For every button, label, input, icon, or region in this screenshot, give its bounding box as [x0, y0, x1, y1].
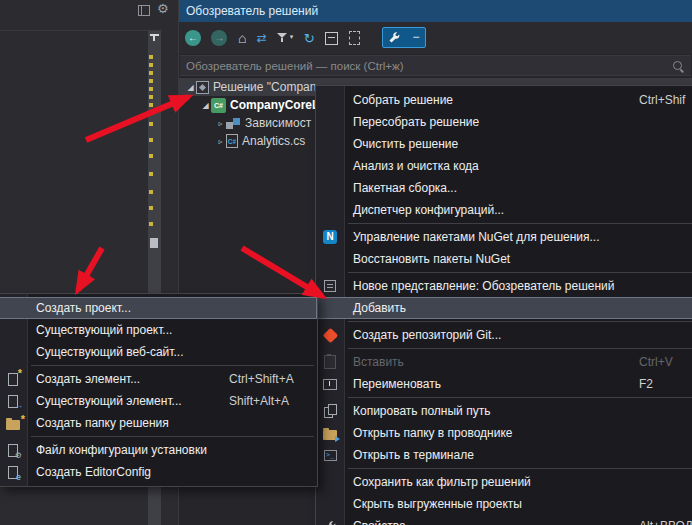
modified-lines-markers: [149, 55, 153, 113]
menu-separator: [348, 223, 692, 224]
change-marker: [149, 190, 153, 194]
submenu-item-new-item[interactable]: * Создать элемент...Ctrl+Shift+A: [0, 368, 317, 390]
expander-expanded-icon[interactable]: ◢: [185, 83, 196, 92]
existing-item-icon: →: [8, 395, 18, 408]
menu-item-label: Файл конфигурации установки: [36, 443, 207, 457]
expander-collapsed-icon[interactable]: ▹: [215, 137, 226, 146]
menu-separator: [31, 365, 314, 366]
menu-item-label: Восстановить пакеты NuGet: [353, 252, 510, 266]
submenu-item-existing-project[interactable]: Существующий проект...: [0, 319, 317, 341]
submenu-item-existing-website[interactable]: Существующий веб-сайт...: [0, 341, 317, 363]
gear-icon[interactable]: ⚙: [157, 1, 169, 17]
editorconfig-icon: e: [8, 466, 18, 479]
collapse-all-button[interactable]: [325, 32, 338, 45]
solution-explorer-titlebar[interactable]: Обозреватель решений: [179, 0, 692, 22]
change-marker: [149, 122, 153, 126]
search-input[interactable]: [180, 57, 691, 76]
expander-expanded-icon[interactable]: ◢: [200, 101, 211, 110]
menu-item-label: Открыть в терминале: [353, 448, 474, 462]
menu-item-open-in-terminal[interactable]: >_ Открыть в терминале: [316, 444, 692, 466]
tree-item-label: Решение "Compan: [213, 80, 316, 94]
menu-item-properties[interactable]: СвойстваAlt+ВВОД: [316, 515, 692, 525]
menu-item-label: Пересобрать решение: [353, 115, 479, 129]
refresh-button[interactable]: ↻: [304, 31, 315, 46]
submenu-item-setup-configuration-file[interactable]: ⚙ Файл конфигурации установки: [0, 439, 317, 461]
menu-item-label: Пакетная сборка...: [353, 181, 457, 195]
editor-splitter-grip[interactable]: [150, 34, 159, 44]
properties-toggle-group: −: [382, 27, 426, 48]
chevron-down-icon: ▾: [290, 33, 294, 41]
tree-item-label: CompanyCoreL: [230, 98, 319, 112]
menu-item-label: Сохранить как фильтр решений: [353, 475, 531, 489]
menu-item-label: Существующий веб-сайт...: [36, 345, 184, 359]
scrollbar-caret-marker[interactable]: [150, 238, 158, 248]
change-marker: [149, 222, 153, 226]
menu-item-add[interactable]: Добавить: [316, 297, 692, 319]
back-button[interactable]: ←: [185, 30, 201, 46]
change-marker: [149, 138, 153, 142]
menu-item-label: Открыть папку в проводнике: [353, 426, 512, 440]
submenu-item-new-editorconfig[interactable]: e Создать EditorConfig: [0, 461, 317, 483]
terminal-icon: >_: [324, 450, 337, 461]
menu-item-save-as-solution-filter[interactable]: Сохранить как фильтр решений: [316, 471, 692, 493]
submenu-item-new-project[interactable]: Создать проект...: [0, 297, 317, 319]
copy-icon: [322, 403, 338, 419]
change-marker: [149, 172, 153, 176]
menu-item-shortcut: Ctrl+Shift+A: [229, 368, 294, 390]
solution-icon: [196, 81, 209, 94]
menu-item-label: Новое представление: Обозреватель решени…: [353, 279, 614, 293]
nuget-icon: N: [323, 230, 337, 244]
menu-item-code-cleanup[interactable]: Анализ и очистка кода: [316, 155, 692, 177]
change-marker: [149, 154, 153, 158]
menu-item-label: Собрать решение: [353, 93, 453, 107]
paste-icon: [324, 355, 336, 369]
menu-item-batch-build[interactable]: Пакетная сборка...: [316, 177, 692, 199]
solution-search-row: [179, 54, 692, 76]
properties-wrench-button[interactable]: [388, 31, 401, 44]
new-folder-icon: *: [6, 420, 20, 430]
menu-item-new-solution-explorer-view[interactable]: Новое представление: Обозреватель решени…: [316, 275, 692, 297]
menu-item-label: Существующий элемент...: [36, 394, 182, 408]
menu-item-shortcut: Alt+ВВОД: [639, 515, 692, 525]
menu-separator: [348, 321, 692, 322]
sync-active-document-button[interactable]: ⇄: [257, 30, 267, 46]
menu-item-label: Существующий проект...: [36, 323, 172, 337]
filter-dropdown-button[interactable]: ▾: [277, 31, 293, 45]
menu-item-open-folder-in-explorer[interactable]: Открыть папку в проводнике: [316, 422, 692, 444]
menu-item-build-solution[interactable]: Собрать решениеCtrl+Shif: [316, 89, 692, 111]
forward-button[interactable]: →: [211, 30, 227, 46]
menu-item-copy-full-path[interactable]: Копировать полный путь: [316, 400, 692, 422]
config-file-icon: ⚙: [8, 444, 18, 457]
expander-collapsed-icon[interactable]: ▹: [215, 119, 226, 128]
menu-item-paste[interactable]: ВставитьCtrl+V: [316, 351, 692, 373]
menu-item-label: Добавить: [353, 301, 406, 315]
dependencies-icon: [226, 116, 241, 130]
menu-item-shortcut: Ctrl+V: [639, 351, 673, 373]
search-box: [180, 55, 691, 76]
menu-item-rebuild-solution[interactable]: Пересобрать решение: [316, 111, 692, 133]
menu-item-label: Переименовать: [353, 377, 441, 391]
menu-item-shortcut: Ctrl+Shif: [639, 89, 685, 111]
panel-layout-icon[interactable]: [138, 5, 150, 16]
context-menu: Собрать решениеCtrl+Shif Пересобрать реш…: [315, 85, 692, 525]
toolbar-minus-button[interactable]: −: [412, 28, 419, 47]
menu-item-label: Создать элемент...: [36, 372, 140, 386]
menu-item-create-git-repository[interactable]: Создать репозиторий Git...: [316, 324, 692, 346]
menu-item-label: Вставить: [353, 355, 404, 369]
menu-item-configuration-manager[interactable]: Диспетчер конфигураций...: [316, 199, 692, 221]
menu-item-label: Свойства: [353, 519, 406, 525]
show-all-files-button[interactable]: [349, 31, 360, 45]
menu-item-hide-unloaded-projects[interactable]: Скрыть выгруженные проекты: [316, 493, 692, 515]
menu-item-manage-nuget-packages[interactable]: N Управление пакетами NuGet для решения.…: [316, 226, 692, 248]
menu-item-restore-nuget-packages[interactable]: Восстановить пакеты NuGet: [316, 248, 692, 270]
menu-item-label: Диспетчер конфигураций...: [353, 203, 504, 217]
submenu-item-new-solution-folder[interactable]: * Создать папку решения: [0, 412, 317, 434]
home-button[interactable]: ⌂: [238, 30, 246, 46]
menu-item-clean-solution[interactable]: Очистить решение: [316, 133, 692, 155]
open-folder-icon: [323, 430, 337, 440]
menu-item-rename[interactable]: ПереименоватьF2: [316, 373, 692, 395]
submenu-item-existing-item[interactable]: → Существующий элемент...Shift+Alt+A: [0, 390, 317, 412]
panel-title: Обозреватель решений: [186, 4, 318, 18]
menu-item-label: Скрыть выгруженные проекты: [353, 497, 522, 511]
menu-item-label: Анализ и очистка кода: [353, 159, 479, 173]
